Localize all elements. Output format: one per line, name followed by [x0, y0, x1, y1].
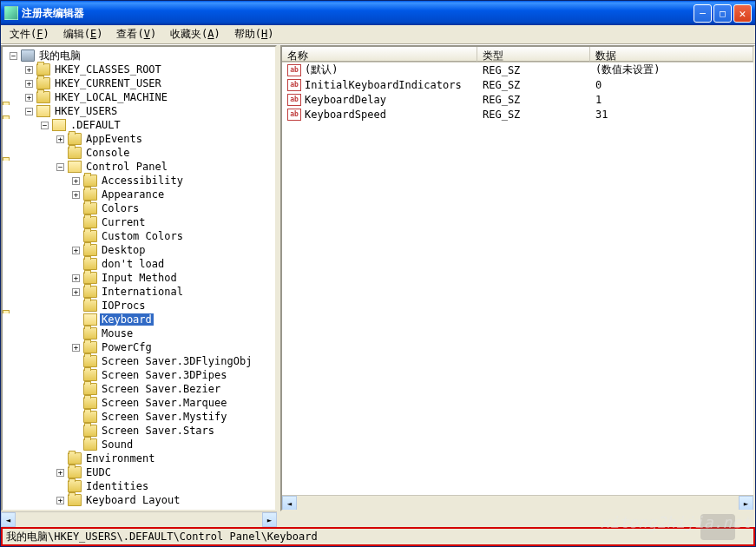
tree-label[interactable]: HKEY_CLASSES_ROOT: [53, 63, 163, 76]
list-row[interactable]: abInitialKeyboardIndicatorsREG_SZ0: [282, 77, 753, 92]
tree-label[interactable]: Input Method: [100, 272, 179, 284]
tree-ss-stars[interactable]: Screen Saver.Stars: [3, 424, 275, 438]
scroll-right-button[interactable]: ►: [739, 496, 753, 511]
tree-controlpanel[interactable]: −Control Panel: [3, 160, 275, 174]
tree-label[interactable]: PowerCfg: [100, 341, 154, 353]
menu-file[interactable]: 文件(F): [3, 25, 56, 43]
tree-label[interactable]: Console: [84, 147, 132, 159]
tree-label[interactable]: Desktop: [100, 244, 148, 256]
tree-powercfg[interactable]: +PowerCfg: [3, 340, 275, 354]
menu-edit[interactable]: 编辑(E): [56, 25, 110, 43]
tree-label[interactable]: Appearance: [100, 188, 166, 201]
expand-icon[interactable]: +: [72, 288, 80, 296]
tree-label[interactable]: Colors: [100, 202, 141, 214]
list-row[interactable]: abKeyboardSpeedREG_SZ31: [282, 107, 753, 122]
tree-default[interactable]: −.DEFAULT: [3, 118, 275, 132]
list-body[interactable]: ab(默认)REG_SZ(数值未设置)abInitialKeyboardIndi…: [282, 63, 753, 495]
expand-icon[interactable]: +: [72, 191, 80, 199]
list-hscroll[interactable]: ◄ ►: [282, 495, 753, 510]
tree-root[interactable]: −我的电脑: [3, 49, 275, 63]
tree-label[interactable]: HKEY_CURRENT_USER: [53, 77, 163, 89]
expand-icon[interactable]: +: [56, 135, 64, 143]
tree-label[interactable]: HKEY_LOCAL_MACHINE: [53, 91, 169, 103]
scroll-track[interactable]: [297, 496, 739, 510]
expand-icon[interactable]: +: [25, 94, 33, 102]
collapse-icon[interactable]: −: [10, 52, 17, 60]
menu-view[interactable]: 查看(V): [109, 25, 163, 43]
minimize-button[interactable]: ─: [694, 4, 712, 23]
tree-ss-bezier[interactable]: Screen Saver.Bezier: [3, 382, 275, 396]
tree-label[interactable]: Screen Saver.Marquee: [100, 397, 229, 409]
tree-accessibility[interactable]: +Accessibility: [3, 174, 275, 188]
tree-eudc[interactable]: +EUDC: [3, 465, 275, 479]
menu-favorites[interactable]: 收藏夹(A): [163, 25, 227, 43]
tree-hscroll[interactable]: ◄ ►: [1, 511, 277, 526]
col-name[interactable]: 名称: [282, 47, 477, 62]
tree-label[interactable]: Control Panel: [84, 161, 169, 173]
tree-appevents[interactable]: +AppEvents: [3, 132, 275, 146]
tree-hkcu[interactable]: +HKEY_CURRENT_USER: [3, 76, 275, 90]
tree-label[interactable]: Screen Saver.3DFlyingObj: [100, 355, 253, 367]
tree-ss-marquee[interactable]: Screen Saver.Marquee: [3, 396, 275, 410]
tree-hklm[interactable]: +HKEY_LOCAL_MACHINE: [3, 90, 275, 104]
scroll-track[interactable]: [16, 512, 262, 526]
tree-label[interactable]: 我的电脑: [37, 49, 82, 63]
tree-pane[interactable]: −我的电脑+HKEY_CLASSES_ROOT+HKEY_CURRENT_USE…: [1, 45, 277, 511]
tree-dontload[interactable]: don't load: [3, 257, 275, 271]
tree-ss-mystify[interactable]: Screen Saver.Mystify: [3, 410, 275, 424]
expand-icon[interactable]: +: [72, 344, 80, 352]
tree-label[interactable]: Current: [100, 216, 148, 228]
tree-customcolors[interactable]: Custom Colors: [3, 229, 275, 243]
titlebar[interactable]: 注册表编辑器 ─ □ ✕: [1, 1, 755, 25]
tree-keyboard[interactable]: Keyboard: [3, 313, 275, 326]
tree-label[interactable]: EUDC: [84, 466, 113, 478]
list-row[interactable]: abKeyboardDelayREG_SZ1: [282, 92, 753, 107]
tree-console[interactable]: Console: [3, 146, 275, 160]
tree-label[interactable]: Screen Saver.Bezier: [100, 383, 222, 395]
tree-label[interactable]: Environment: [84, 452, 156, 465]
tree-label[interactable]: Keyboard: [100, 313, 154, 326]
tree-current[interactable]: Current: [3, 215, 275, 229]
tree-international[interactable]: +International: [3, 285, 275, 299]
expand-icon[interactable]: +: [25, 80, 33, 88]
tree-ioprocs[interactable]: IOProcs: [3, 299, 275, 313]
tree-label[interactable]: don't load: [100, 258, 166, 270]
menu-help[interactable]: 帮助(H): [227, 25, 281, 43]
collapse-icon[interactable]: −: [25, 108, 33, 115]
tree-label[interactable]: IOProcs: [100, 300, 148, 312]
expand-icon[interactable]: +: [56, 497, 64, 504]
tree-colors[interactable]: Colors: [3, 201, 275, 215]
tree-label[interactable]: .DEFAULT: [69, 119, 122, 131]
tree-identities[interactable]: Identities: [3, 479, 275, 493]
scroll-left-button[interactable]: ◄: [1, 512, 16, 527]
tree-desktop[interactable]: +Desktop: [3, 243, 275, 257]
tree-sound[interactable]: Sound: [3, 438, 275, 451]
col-data[interactable]: 数据: [590, 47, 753, 62]
tree-label[interactable]: HKEY_USERS: [53, 105, 119, 117]
scroll-left-button[interactable]: ◄: [282, 496, 297, 511]
tree-label[interactable]: Custom Colors: [100, 230, 185, 242]
tree-keyboardlayout[interactable]: +Keyboard Layout: [3, 493, 275, 507]
tree-label[interactable]: Identities: [84, 480, 150, 492]
tree-label[interactable]: Screen Saver.Mystify: [100, 411, 229, 423]
tree-label[interactable]: Accessibility: [100, 175, 185, 187]
expand-icon[interactable]: +: [56, 469, 64, 477]
expand-icon[interactable]: +: [72, 247, 80, 254]
expand-icon[interactable]: +: [72, 274, 80, 282]
tree-inputmethod[interactable]: +Input Method: [3, 271, 275, 285]
tree-ss-3dpipes[interactable]: Screen Saver.3DPipes: [3, 368, 275, 382]
collapse-icon[interactable]: −: [56, 163, 64, 171]
maximize-button[interactable]: □: [713, 4, 732, 23]
tree-label[interactable]: Screen Saver.3DPipes: [100, 369, 229, 381]
tree-hku[interactable]: −HKEY_USERS: [3, 104, 275, 118]
list-row[interactable]: ab(默认)REG_SZ(数值未设置): [282, 63, 753, 77]
collapse-icon[interactable]: −: [41, 122, 49, 129]
expand-icon[interactable]: +: [72, 177, 80, 185]
expand-icon[interactable]: +: [25, 66, 33, 74]
tree-hkcr[interactable]: +HKEY_CLASSES_ROOT: [3, 63, 275, 76]
tree-label[interactable]: International: [100, 286, 185, 298]
tree-label[interactable]: Mouse: [100, 327, 135, 339]
close-button[interactable]: ✕: [733, 4, 752, 23]
scroll-right-button[interactable]: ►: [262, 512, 277, 527]
tree-label[interactable]: Sound: [100, 438, 135, 451]
